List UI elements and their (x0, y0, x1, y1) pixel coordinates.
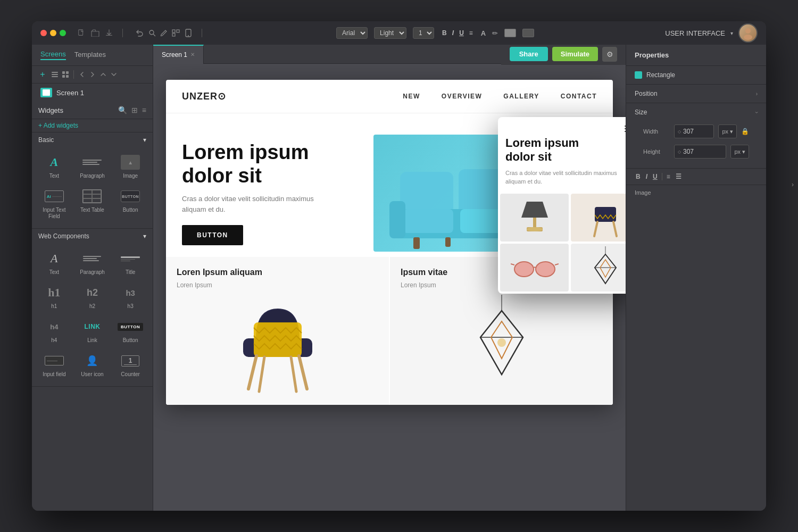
wc-widget-text[interactable]: A Text (36, 247, 72, 279)
move-left-icon[interactable] (78, 71, 86, 78)
site-nav: UNZER⊙ NEW OVERVIEW GALLERY CONTACT (166, 80, 613, 113)
simulate-button[interactable]: Simulate (552, 47, 598, 61)
nav-link-new[interactable]: NEW (403, 93, 420, 100)
nav-link-contact[interactable]: CONTACT (561, 93, 597, 100)
font-weight-select[interactable]: Light (374, 27, 406, 39)
font-family-select[interactable]: Arial (336, 27, 368, 39)
hero-button[interactable]: BUTTON (182, 225, 243, 245)
position-section-header[interactable]: Position › (626, 85, 766, 103)
widget-input-text-field[interactable]: Ai Input Text Field (36, 185, 72, 223)
download-icon[interactable] (104, 29, 114, 37)
widget-text-table[interactable]: Text Table (74, 185, 111, 223)
svg-rect-20 (403, 209, 453, 233)
widget-paragraph[interactable]: Paragraph (74, 151, 111, 182)
tab-templates[interactable]: Templates (74, 51, 106, 60)
select-icon[interactable] (172, 29, 180, 37)
close-button[interactable] (40, 30, 47, 36)
wc-widget-para[interactable]: Paragraph (74, 247, 111, 279)
tab-screens[interactable]: Screens (40, 50, 66, 60)
fmt-align-center[interactable]: ☰ (675, 172, 683, 181)
height-input[interactable] (683, 148, 722, 155)
search-widgets-btn[interactable]: 🔍 (118, 106, 127, 114)
undo-icon[interactable] (136, 29, 144, 37)
wc-widget-h3[interactable]: h3 h3 (112, 281, 148, 313)
basic-category-header[interactable]: Basic ▾ (32, 132, 153, 147)
wc-widget-h4[interactable]: h4 h4 (36, 315, 72, 347)
fill-color[interactable] (504, 29, 516, 37)
web-components-header[interactable]: Web Components ▾ (32, 229, 153, 244)
font-size-select[interactable]: 12 (413, 27, 434, 39)
fmt-italic[interactable]: I (645, 172, 649, 181)
width-input[interactable] (683, 128, 710, 135)
height-unit[interactable]: px ▾ (730, 145, 749, 159)
main-area: Screens Templates + Screen 1 (32, 45, 766, 511)
paint-btn[interactable]: ✏ (492, 29, 498, 37)
search-icon[interactable] (148, 29, 156, 37)
stroke-color[interactable] (522, 29, 534, 37)
open-file-icon[interactable] (90, 29, 100, 37)
list-widgets-btn[interactable]: ≡ (142, 106, 146, 114)
minimize-button[interactable] (50, 30, 56, 36)
wc-widget-usericon[interactable]: 👤 User icon (74, 349, 111, 381)
image-section-label: Image (626, 185, 766, 200)
add-widgets-btn[interactable]: + Add widgets (32, 119, 153, 132)
share-button[interactable]: Share (510, 47, 548, 61)
svg-rect-14 (62, 75, 65, 78)
wc-widget-link[interactable]: LINK Link (74, 315, 111, 347)
widget-text[interactable]: A Text (36, 151, 72, 182)
traffic-lights (40, 30, 66, 36)
canvas-content[interactable]: UNZER⊙ NEW OVERVIEW GALLERY CONTACT Lore… (153, 64, 626, 511)
mobile-title: Lorem ipsumdolor sit (498, 136, 626, 169)
add-screen-btn[interactable]: + (37, 69, 48, 80)
settings-button[interactable]: ⚙ (602, 47, 617, 62)
wc-widget-button[interactable]: BUTTON Button (112, 315, 148, 347)
grid-view-icon[interactable] (62, 71, 69, 78)
bold-btn[interactable]: B (440, 28, 448, 38)
move-up-icon[interactable] (99, 71, 107, 78)
svg-line-35 (291, 357, 296, 392)
widget-button-basic[interactable]: BUTTON Button (112, 185, 148, 223)
canvas-tab-close[interactable]: ✕ (190, 52, 195, 57)
wc-widget-h2[interactable]: h2 h2 (74, 281, 111, 313)
size-section-header[interactable]: Size › (626, 103, 766, 121)
fmt-align-left[interactable]: ≡ (666, 172, 671, 181)
svg-rect-12 (62, 71, 65, 74)
pencil-icon[interactable] (160, 29, 168, 37)
hamburger-icon[interactable] (625, 123, 626, 132)
svg-rect-16 (400, 172, 453, 214)
wc-button-label: Button (123, 337, 138, 344)
underline-btn[interactable]: U (458, 28, 466, 38)
move-down-icon[interactable] (110, 71, 118, 78)
list-view-icon[interactable] (51, 71, 59, 78)
wc-widget-title[interactable]: Title (112, 247, 148, 279)
text-color-btn[interactable]: A (481, 29, 486, 37)
wc-h2-icon: h2 (81, 284, 103, 301)
wc-widget-h1[interactable]: h1 h1 (36, 281, 72, 313)
widget-image[interactable]: Image (112, 151, 148, 182)
new-file-icon[interactable] (77, 29, 86, 37)
chevron-down-icon[interactable]: ▾ (730, 30, 733, 36)
maximize-button[interactable] (60, 30, 66, 36)
lock-icon[interactable]: 🔒 (741, 128, 749, 135)
wc-widget-counter[interactable]: 1 Counter (112, 349, 148, 381)
italic-btn[interactable]: I (451, 28, 455, 38)
width-unit[interactable]: px ▾ (718, 124, 737, 138)
grid-widgets-btn[interactable]: ⊞ (131, 106, 138, 114)
fmt-bold[interactable]: B (635, 172, 642, 181)
move-right-icon[interactable] (89, 71, 96, 78)
screen-item[interactable]: Screen 1 (32, 84, 153, 102)
canvas-tab-screen1[interactable]: Screen 1 ✕ (153, 45, 204, 64)
properties-header: Properties (626, 45, 766, 66)
avatar[interactable] (738, 23, 758, 43)
wc-para-icon (81, 250, 103, 267)
nav-link-overview[interactable]: OVERVIEW (442, 93, 482, 100)
align-btn[interactable]: ≡ (468, 28, 475, 38)
toolbar-right: USER INTERFACE ▾ (665, 23, 758, 43)
wc-widget-input[interactable]: Input field (36, 349, 72, 381)
device-icon[interactable] (185, 29, 192, 37)
height-field-row: Height ◇ px ▾ (635, 142, 758, 162)
nav-link-gallery[interactable]: GALLERY (503, 93, 539, 100)
fmt-underline[interactable]: U (652, 172, 659, 181)
svg-line-61 (595, 268, 605, 284)
size-chevron-icon: › (754, 111, 760, 113)
